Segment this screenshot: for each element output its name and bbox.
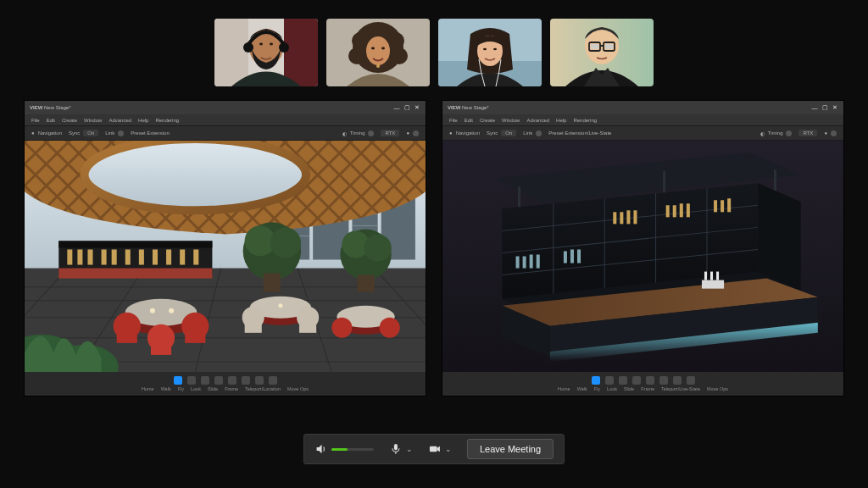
nav-icon[interactable] [187,376,196,385]
app-window-left[interactable]: VIEW New Stage* — ▢ ✕ File Edit Create W… [24,100,426,396]
menu-window[interactable]: Window [502,118,520,123]
tool-sync[interactable]: Sync [69,130,80,136]
menu-file[interactable]: File [31,118,40,123]
tool-navigation[interactable]: Navigation [38,130,62,136]
tool-rtx[interactable]: RTX [798,130,817,136]
menu-create[interactable]: Create [480,118,495,123]
footerbar-left[interactable]: Home Walk Fly Look Slide Frame Teleport/… [25,372,426,396]
nav-icons-right[interactable] [592,376,695,385]
nav-icon[interactable] [255,376,264,385]
tool-rtx[interactable]: RTX [381,130,399,136]
window-min-icon[interactable]: — [393,104,400,111]
svg-rect-2 [284,19,318,86]
toolbar-right[interactable]: ● Navigation Sync On Link Preset Extensi… [442,125,843,141]
tool-preset[interactable]: Preset Extension [131,130,169,136]
viewport-left[interactable] [25,141,426,372]
toolbar-left[interactable]: ● Navigation Sync On Link Preset Extensi… [25,125,426,141]
menu-help[interactable]: Help [138,118,148,123]
knob-icon[interactable] [786,130,792,136]
titlebar-left[interactable]: VIEW New Stage* — ▢ ✕ [25,101,426,114]
window-max-icon[interactable]: ▢ [403,104,410,111]
chevron-down-icon[interactable]: ⌄ [406,445,413,453]
camera-control[interactable]: ⌄ [428,442,452,456]
svg-rect-149 [702,280,724,289]
menu-advanced[interactable]: Advanced [526,118,549,123]
volume-slider[interactable] [331,448,374,451]
nav-icons-left[interactable] [174,376,277,385]
tool-navigation[interactable]: Navigation [456,130,480,136]
knob-icon[interactable] [831,130,837,136]
svg-point-105 [331,318,352,338]
tool-timing[interactable]: Timing [768,130,783,136]
nav-labels-right: Home Walk Fly Look Slide Frame Teleport/… [558,386,728,391]
svg-point-15 [371,47,375,50]
menu-help[interactable]: Help [556,118,566,123]
menu-edit[interactable]: Edit [47,118,55,123]
knob-icon[interactable] [413,130,419,136]
menu-edit[interactable]: Edit [465,118,473,123]
svg-rect-28 [591,44,598,49]
titlebar-right[interactable]: VIEW New Stage* — ▢ ✕ [442,101,843,114]
menubar-right[interactable]: File Edit Create Window Advanced Help Re… [442,114,843,125]
menu-window[interactable]: Window [84,118,102,123]
scene-bar-asset [442,141,843,372]
nav-icon[interactable] [269,376,277,385]
svg-rect-75 [139,249,144,264]
window-max-icon[interactable]: ▢ [821,104,828,111]
nav-home-icon[interactable] [592,376,600,385]
nav-icon[interactable] [673,376,682,385]
participant-tile-2[interactable] [326,19,430,86]
menu-file[interactable]: File [449,118,458,123]
knob-icon[interactable] [118,130,124,136]
nav-icon[interactable] [619,376,627,385]
viewport-right[interactable] [442,141,843,372]
svg-point-21 [483,48,487,51]
window-close-icon[interactable]: ✕ [832,104,838,111]
menu-create[interactable]: Create [62,118,77,123]
svg-rect-151 [710,272,713,280]
knob-icon[interactable] [368,130,374,136]
participant-tile-3[interactable] [438,19,542,86]
nav-icon[interactable] [687,376,695,385]
mic-control[interactable]: ⌄ [389,442,413,456]
svg-rect-139 [537,254,540,268]
svg-rect-126 [620,212,623,224]
meeting-control-bar: ⌄ ⌄ Leave Meeting [303,434,565,464]
tool-sync[interactable]: Sync [487,130,498,136]
nav-icon[interactable] [214,376,223,385]
svg-rect-70 [77,249,82,264]
avatar-3 [438,19,542,86]
nav-icon[interactable] [632,376,641,385]
tool-link[interactable]: Link [523,130,532,136]
window-min-icon[interactable]: — [811,104,818,111]
tool-sync-state[interactable]: On [501,130,516,136]
nav-icon[interactable] [659,376,668,385]
app-window-right[interactable]: VIEW New Stage* — ▢ ✕ File Edit Create W… [442,100,844,396]
tool-timing[interactable]: Timing [350,130,365,136]
nav-home-icon[interactable] [174,376,182,385]
nav-icon[interactable] [605,376,614,385]
nav-icon[interactable] [242,376,250,385]
menu-advanced[interactable]: Advanced [108,118,131,123]
nav-icon[interactable] [201,376,209,385]
tool-link[interactable]: Link [105,130,114,136]
knob-icon[interactable] [536,130,542,136]
menu-rendering[interactable]: Rendering [155,118,179,123]
nav-icon[interactable] [646,376,654,385]
volume-control[interactable] [314,442,374,456]
footerbar-right[interactable]: Home Walk Fly Look Slide Frame Teleport/… [442,372,843,396]
leave-meeting-button[interactable]: Leave Meeting [467,439,554,459]
nav-icon[interactable] [228,376,236,385]
menu-rendering[interactable]: Rendering [573,118,597,123]
participant-tile-1[interactable] [214,19,318,86]
tool-sync-state[interactable]: On [83,130,98,136]
participant-tile-4[interactable] [550,19,654,86]
tool-preset[interactable]: Preset Extension/Live-State [548,130,611,136]
window-close-icon[interactable]: ✕ [414,104,420,111]
svg-point-17 [376,64,380,68]
svg-rect-134 [721,200,724,212]
svg-point-22 [493,48,497,51]
menubar-left[interactable]: File Edit Create Window Advanced Help Re… [25,114,426,125]
svg-rect-152 [716,272,719,280]
chevron-down-icon[interactable]: ⌄ [445,445,452,453]
